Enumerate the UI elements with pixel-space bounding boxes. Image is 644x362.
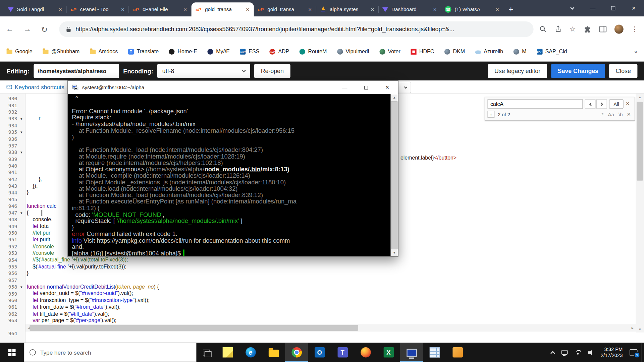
tab-close-icon[interactable]: × (308, 6, 313, 13)
taskbar-app-orange-app[interactable] (446, 343, 469, 362)
taskbar-app-sticky-notes[interactable] (216, 343, 239, 362)
taskbar-search-box[interactable]: Type here to search (24, 343, 196, 362)
code-line[interactable]: 961 let from_date = $("#from_date").val(… (0, 304, 636, 310)
terminal-maximize-button[interactable] (355, 81, 377, 94)
search-option-toggle[interactable]: S (627, 112, 631, 117)
terminal-title-bar[interactable]: systest@mfhs1004:~/alpha — × (68, 81, 398, 94)
save-changes-button[interactable]: Save Changes (551, 64, 605, 78)
profile-avatar[interactable] (614, 24, 624, 34)
browser-tab[interactable]: ☎(1) WhatsA× (441, 2, 503, 16)
fold-arrow-icon[interactable]: ▾ (17, 116, 25, 122)
taskbar-app-file-explorer[interactable] (262, 343, 285, 362)
bookmark-item[interactable]: RouteM (300, 48, 327, 54)
search-option-toggle[interactable]: \b (619, 112, 623, 117)
bookmark-item[interactable]: HDFC (411, 48, 434, 54)
display-icon[interactable] (561, 350, 567, 354)
scroll-down-icon[interactable]: ▼ (636, 326, 644, 333)
taskbar-app-firefox[interactable] (354, 343, 377, 362)
bookmark-item[interactable]: Vipulmedi (337, 48, 369, 54)
vertical-scrollbar-thumb[interactable] (637, 102, 643, 181)
share-icon[interactable] (554, 25, 562, 33)
tab-close-icon[interactable]: × (495, 6, 500, 13)
tab-close-icon[interactable]: × (183, 6, 188, 13)
side-panel-icon[interactable] (599, 26, 607, 33)
bookmark-item[interactable]: Google (7, 48, 33, 54)
fold-arrow-icon[interactable]: ▾ (17, 284, 25, 290)
lock-icon[interactable] (66, 28, 70, 32)
terminal-scrollbar-thumb[interactable] (391, 101, 398, 249)
scroll-right-icon[interactable]: ► (629, 326, 636, 330)
taskbar-app-calculator[interactable] (423, 343, 446, 362)
url-field[interactable]: https://alpha.systest.securebrandtech.co… (59, 21, 533, 37)
bookmark-item[interactable]: Home-E (169, 48, 197, 54)
back-icon[interactable]: ← (6, 24, 13, 34)
task-view-button[interactable] (196, 343, 216, 362)
window-maximize-button[interactable] (603, 0, 624, 16)
tab-close-icon[interactable]: × (245, 6, 250, 13)
reopen-button[interactable]: Re-open (254, 64, 290, 78)
use-legacy-editor-button[interactable]: Use legacy editor (488, 64, 547, 78)
code-line[interactable]: 962 let till_date = $("#till_date").val(… (0, 310, 636, 317)
tab-close-icon[interactable]: × (58, 6, 63, 13)
reload-icon[interactable]: ↻ (41, 24, 47, 34)
bookmark-item[interactable]: TTranslate (128, 48, 159, 54)
encoding-select[interactable]: utf-8 (157, 64, 250, 78)
horizontal-scrollbar[interactable]: ◄ ► (25, 324, 636, 331)
bookmark-item[interactable]: My//E (208, 48, 230, 54)
find-all-button[interactable]: All (609, 99, 624, 109)
code-line[interactable]: 954 //$('#actual_fine-'+i).val(total.toF… (0, 257, 636, 263)
terminal-minimize-button[interactable]: — (334, 81, 356, 94)
tab-close-icon[interactable]: × (120, 6, 125, 13)
search-input[interactable] (487, 99, 583, 109)
bookmark-item[interactable]: M (513, 48, 526, 54)
terminal-scroll-down-icon[interactable]: ▼ (390, 249, 398, 256)
taskbar-app-teams[interactable]: T (331, 343, 354, 362)
taskbar-app-outlook[interactable]: O (308, 343, 331, 362)
notification-icon[interactable]: 9 (630, 349, 637, 356)
code-line[interactable]: 956} (0, 270, 636, 277)
bookmark-star-icon[interactable]: ☆ (570, 25, 576, 34)
horizontal-scrollbar-thumb[interactable] (30, 325, 358, 331)
forward-icon[interactable]: → (23, 24, 31, 34)
taskbar-app-chrome[interactable] (285, 343, 308, 362)
terminal-body[interactable]: ^Error: Cannot find module '../package.j… (68, 94, 398, 256)
file-path-input[interactable] (34, 64, 119, 78)
wifi-icon[interactable] (575, 350, 581, 355)
browser-tab[interactable]: Sold Langdi× (4, 2, 66, 16)
bookmark-item[interactable]: @Shubham (43, 48, 79, 54)
code-line[interactable]: 958▾function normalVendorCreditDebitList… (0, 284, 636, 290)
search-option-toggle[interactable]: Aa (608, 112, 614, 117)
browser-tab[interactable]: cPcPanel File× (129, 2, 191, 16)
bookmark-item[interactable]: SAPSAP_Cld (537, 48, 567, 54)
browser-menu-kebab-icon[interactable]: ⋮ (631, 25, 638, 34)
browser-tab[interactable]: cPgold_transa× (192, 2, 254, 16)
code-line[interactable]: 959 let vendor_uuid = $("#nvendor-uuid")… (0, 290, 636, 297)
keyboard-shortcuts-link[interactable]: Keyboard shortcuts (7, 83, 64, 90)
bookmark-item[interactable]: SAPESS (240, 48, 260, 54)
volume-icon[interactable] (588, 350, 594, 355)
code-line[interactable]: 963 var per_page = $('#per-page').val(); (0, 317, 636, 324)
tab-close-icon[interactable]: × (370, 6, 375, 13)
taskbar-app-edge[interactable]: e (239, 343, 262, 362)
window-minimize-button[interactable]: — (582, 0, 603, 16)
bookmark-item[interactable]: ADPADP (270, 48, 289, 54)
bookmarks-overflow-chevron-icon[interactable]: » (634, 48, 638, 55)
zoom-icon[interactable] (539, 25, 546, 33)
fold-arrow-icon[interactable]: ▾ (17, 149, 25, 156)
tab-close-icon[interactable]: × (432, 6, 437, 13)
taskbar-app-putty[interactable] (400, 343, 423, 362)
fold-arrow-icon[interactable]: ▾ (17, 210, 25, 217)
terminal-close-button[interactable]: × (377, 81, 398, 94)
tray-chevron-up-icon[interactable] (550, 351, 555, 356)
bookmark-item[interactable]: Azurelib (475, 48, 503, 54)
bookmark-item[interactable]: Amdocs (90, 48, 118, 54)
extensions-puzzle-icon[interactable] (584, 25, 591, 33)
close-button[interactable]: Close (609, 64, 638, 78)
terminal-scroll-up-icon[interactable]: ▲ (390, 94, 398, 101)
browser-tab[interactable]: cPcPanel - Too× (66, 2, 129, 16)
code-line[interactable]: 957 (0, 277, 636, 284)
terminal-window[interactable]: systest@mfhs1004:~/alpha — × ^Error: Can… (67, 80, 398, 256)
find-previous-button[interactable] (585, 99, 596, 109)
scroll-up-icon[interactable]: ▲ (636, 94, 644, 100)
code-line[interactable]: 955 $('#actual-fine-'+i).val(purity.toFi… (0, 263, 636, 270)
